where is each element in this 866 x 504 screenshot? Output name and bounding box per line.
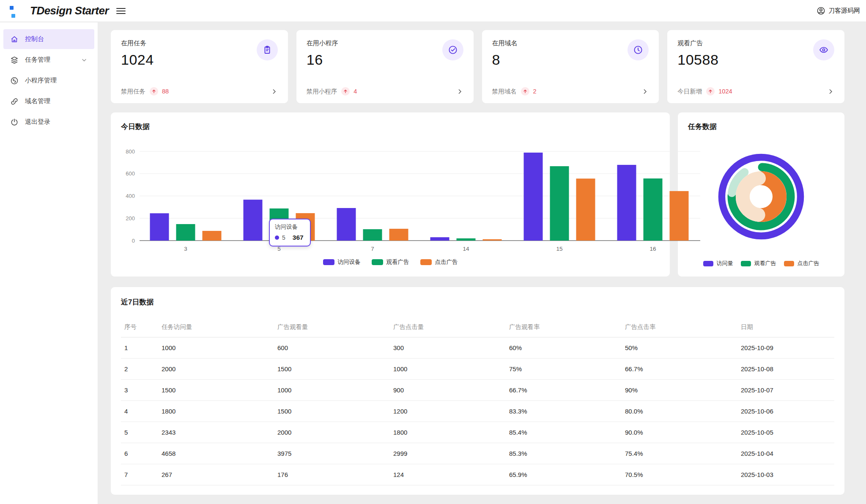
user-avatar-icon [817,6,825,15]
legend-item-观看广告[interactable]: 观看广告 [741,260,776,267]
table-cell: 83.3% [506,401,622,422]
table-cell: 3 [121,380,158,401]
stats-row: 在用任务 1024 禁用任务 88 在用小程序 16 [111,30,844,103]
bar-点击广告-3[interactable] [203,231,222,241]
svg-text:200: 200 [126,215,135,222]
stat-label: 在用小程序 [307,39,338,47]
app-title: TDesign Starter [30,4,109,17]
miniprogram-icon [10,77,19,85]
legend-item-点击广告[interactable]: 点击广告 [784,260,819,267]
legend-swatch [784,261,794,266]
stat-detail-chevron-icon[interactable] [456,88,463,95]
check-circle-icon [442,39,463,60]
stat-card-1: 在用小程序 16 禁用小程序 4 [296,30,474,103]
bar-观看广告-14[interactable] [457,238,476,241]
stat-label: 在用任务 [121,39,154,47]
sidebar-item-miniprogram-management[interactable]: 小程序管理 [3,71,94,90]
sidebar-item-label: 域名管理 [25,97,88,105]
table-cell: 7 [121,464,158,485]
bar-访问设备-3[interactable] [150,213,169,241]
user-name: 刀客源码网 [828,7,860,15]
bar-观看广告-16[interactable] [644,178,663,241]
bar-点击广告-16[interactable] [670,191,689,241]
bar-观看广告-7[interactable] [363,229,382,241]
table-column-header: 任务访问量 [158,318,274,337]
legend-item-访问量[interactable]: 访问量 [703,260,733,267]
sidebar-item-task-management[interactable]: 任务管理 [3,50,94,70]
table-cell: 2025-10-06 [737,401,834,422]
table-cell: 2025-10-09 [737,337,834,359]
table-cell: 2025-10-08 [737,359,834,380]
table-cell: 267 [158,464,274,485]
stat-card-2: 在用域名 8 禁用域名 2 [482,30,659,103]
bar-观看广告-3[interactable] [176,224,195,241]
stat-trend-value: 2 [533,88,537,95]
main-content: 在用任务 1024 禁用任务 88 在用小程序 16 [98,22,866,504]
trend-up-icon [706,87,715,96]
table-cell: 2 [121,359,158,380]
table-cell: 66.7% [506,380,622,401]
table-column-header: 广告观看量 [274,318,390,337]
svg-text:800: 800 [126,148,135,155]
tooltip-value: 367 [293,234,304,241]
table-cell: 85.3% [506,443,622,464]
bar-访问设备-5[interactable] [244,200,263,241]
table-cell: 2999 [390,443,506,464]
hamburger-menu-icon[interactable] [116,6,126,16]
bar-点击广告-14[interactable] [483,239,502,241]
stat-value: 16 [307,52,338,68]
table-cell: 65.9% [506,464,622,485]
table-cell: 900 [390,380,506,401]
bar-访问设备-15[interactable] [524,153,543,241]
table-cell: 2343 [158,422,274,443]
sidebar-item-label: 退出登录 [25,118,88,126]
stat-detail-chevron-icon[interactable] [271,88,278,95]
svg-text:16: 16 [650,246,656,252]
svg-text:5: 5 [277,246,281,252]
sidebar-item-label: 小程序管理 [25,77,88,85]
stat-footer-label: 禁用任务 [121,88,145,96]
table-cell: 1500 [158,380,274,401]
bar-点击广告-7[interactable] [389,229,408,241]
table-cell: 1000 [158,337,274,359]
table-cell: 1 [121,337,158,359]
stat-trend-value: 1024 [718,88,732,95]
table-cell: 70.5% [622,464,737,485]
user-menu[interactable]: 刀客源码网 [817,6,860,15]
bar-访问设备-7[interactable] [337,208,356,241]
sidebar-item-logout[interactable]: 退出登录 [3,112,94,132]
bar-观看广告-15[interactable] [550,166,569,241]
stat-detail-chevron-icon[interactable] [641,88,649,95]
stat-label: 在用域名 [492,39,518,47]
stat-footer-label: 禁用域名 [492,88,517,96]
bar-点击广告-15[interactable] [576,178,595,241]
donut-segment[interactable] [743,178,759,214]
table-cell: 2000 [274,422,390,443]
bar-访问设备-14[interactable] [430,237,449,241]
table-cell: 90.0% [622,422,737,443]
trend-up-icon [341,87,350,96]
bar-访问设备-16[interactable] [617,165,636,241]
chart-tooltip: 访问设备 5 367 [269,219,311,247]
task-data-card: 任务数据 访问量观看广告点击广告 [678,112,844,277]
table-column-header: 广告点击量 [390,318,506,337]
sidebar-item-domain-management[interactable]: 域名管理 [3,91,94,111]
legend-item-点击广告[interactable]: 点击广告 [420,258,458,266]
bar-chart-canvas: 0200400600800357141516 [111,136,700,257]
table-cell: 124 [390,464,506,485]
stat-detail-chevron-icon[interactable] [827,88,834,95]
table-column-header: 广告观看率 [506,318,622,337]
table-cell: 2025-10-05 [737,422,834,443]
table-cell: 300 [390,337,506,359]
legend-swatch [741,261,751,266]
donut-segment[interactable] [761,178,779,215]
sidebar-item-dashboard[interactable]: 控制台 [3,29,94,49]
last7days-title: 近7日数据 [121,297,834,307]
legend-item-访问设备[interactable]: 访问设备 [323,258,361,266]
svg-text:600: 600 [126,170,135,177]
svg-text:0: 0 [132,238,135,244]
app-header: TDesign Starter 刀客源码网 [0,0,866,22]
legend-item-观看广告[interactable]: 观看广告 [372,258,409,266]
chevron-down-icon [81,57,88,63]
table-cell: 3975 [274,443,390,464]
